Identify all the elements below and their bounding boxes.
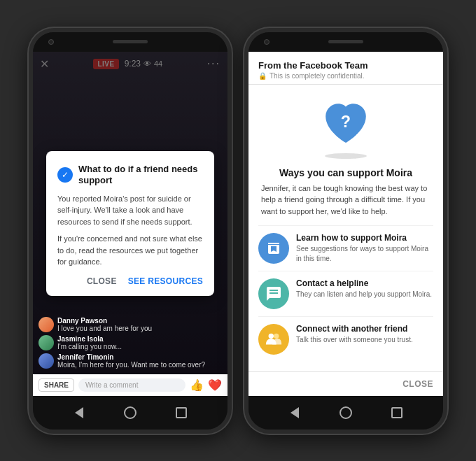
confidential-text: This is completely confidential. xyxy=(270,72,365,80)
chat-message-2: Jennifer Timonin Moira, I'm here for you… xyxy=(38,353,222,369)
recents-icon xyxy=(176,407,187,418)
modal-actions: CLOSE SEE RESOURCES xyxy=(57,276,203,286)
check-circle-icon: ✓ xyxy=(57,167,73,183)
right-nav-recents-button[interactable] xyxy=(389,405,405,420)
chat-messages: Danny Pawson I love you and am here for … xyxy=(33,314,227,374)
like-icon[interactable]: 👍 xyxy=(190,378,204,392)
share-button[interactable]: SHARE xyxy=(38,378,74,392)
right-close-button[interactable]: CLOSE xyxy=(402,379,433,389)
back-icon xyxy=(75,407,83,418)
chat-text-2: Moira, I'm here for you. Want me to come… xyxy=(57,361,205,369)
right-home-icon xyxy=(340,406,352,419)
chat-avatar-2 xyxy=(38,353,54,369)
card-hero: ? Ways you can support Moira Jennifer, i… xyxy=(248,85,443,226)
see-resources-button[interactable]: SEE RESOURCES xyxy=(128,276,203,286)
helpline-icon-wrap xyxy=(258,278,289,309)
left-phone: ✕ LIVE 9:23 👁 44 ··· ✓ What to do if a f… xyxy=(29,28,232,434)
chat-message-0: Danny Pawson I love you and am here for … xyxy=(38,317,222,332)
comment-input[interactable]: Write a comment xyxy=(78,378,186,392)
heart-react-icon[interactable]: ❤️ xyxy=(208,378,222,392)
card-main-title: Ways you can support Moira xyxy=(279,167,412,178)
card-item-0[interactable]: Learn how to support Moira See suggestio… xyxy=(258,225,433,271)
chat-text-1: I'm calling you now... xyxy=(57,343,122,350)
facebook-support-card: From the Facebook Team 🔒 This is complet… xyxy=(248,52,443,396)
card-main-desc: Jennifer, it can be tough knowing the be… xyxy=(258,183,433,218)
heart-question-icon: ? xyxy=(321,99,371,149)
connect-icon-wrap xyxy=(258,324,289,355)
svg-point-2 xyxy=(274,334,279,339)
right-nav-back-button[interactable] xyxy=(287,405,302,420)
chat-content-0: Danny Pawson I love you and am here for … xyxy=(57,317,152,332)
right-back-icon xyxy=(290,407,299,418)
right-camera xyxy=(264,39,270,45)
modal-title-row: ✓ What to do if a friend needs support xyxy=(57,164,203,185)
chat-name-1: Jasmine Isola xyxy=(57,335,122,343)
card-item-2[interactable]: Connect with another friend Talk this ov… xyxy=(258,316,433,362)
support-modal: ✓ What to do if a friend needs support Y… xyxy=(46,151,214,295)
chat-area: Danny Pawson I love you and am here for … xyxy=(33,314,227,396)
right-speaker xyxy=(328,40,363,43)
home-icon xyxy=(124,406,136,419)
item-text-0: Learn how to support Moira See suggestio… xyxy=(296,233,433,264)
left-camera xyxy=(48,39,54,45)
chat-avatar-0 xyxy=(38,317,54,332)
card-footer: CLOSE xyxy=(248,371,443,396)
svg-text:?: ? xyxy=(341,112,351,130)
chat-name-0: Danny Pawson xyxy=(57,317,152,325)
hero-shadow xyxy=(325,153,367,159)
nav-back-button[interactable] xyxy=(71,405,87,420)
chat-avatar-1 xyxy=(38,335,54,350)
item-desc-1: They can listen and help you support Moi… xyxy=(296,290,432,299)
card-items: Learn how to support Moira See suggestio… xyxy=(248,225,443,371)
right-recents-icon xyxy=(391,407,402,418)
item-text-1: Contact a helpline They can listen and h… xyxy=(296,278,432,299)
card-from-label: From the Facebook Team xyxy=(258,60,433,71)
chat-message-1: Jasmine Isola I'm calling you now... xyxy=(38,335,222,350)
chat-content-1: Jasmine Isola I'm calling you now... xyxy=(57,335,122,350)
learn-icon-wrap xyxy=(258,233,289,264)
right-nav-home-button[interactable] xyxy=(338,405,354,420)
modal-body2: If you're concerned and not sure what el… xyxy=(57,233,203,268)
chat-content-2: Jennifer Timonin Moira, I'm here for you… xyxy=(57,353,205,369)
lock-icon: 🔒 xyxy=(258,72,267,80)
item-text-2: Connect with another friend Talk this ov… xyxy=(296,324,413,345)
chat-text-0: I love you and am here for you xyxy=(57,325,152,332)
right-screen: From the Facebook Team 🔒 This is complet… xyxy=(248,52,443,396)
item-title-2: Connect with another friend xyxy=(296,324,413,334)
card-confidential: 🔒 This is completely confidential. xyxy=(258,72,433,80)
item-title-0: Learn how to support Moira xyxy=(296,233,433,243)
chat-name-2: Jennifer Timonin xyxy=(57,353,205,361)
card-item-1[interactable]: Contact a helpline They can listen and h… xyxy=(258,271,433,316)
checkmark-icon: ✓ xyxy=(62,170,69,180)
modal-title: What to do if a friend needs support xyxy=(78,164,203,185)
left-speaker xyxy=(113,40,148,43)
right-phone-bottom xyxy=(248,396,443,430)
nav-recents-button[interactable] xyxy=(174,405,189,420)
card-header: From the Facebook Team 🔒 This is complet… xyxy=(248,52,443,85)
left-phone-bottom xyxy=(33,396,227,430)
item-desc-0: See suggestions for ways to support Moir… xyxy=(296,244,433,264)
left-phone-top xyxy=(33,32,227,52)
item-title-1: Contact a helpline xyxy=(296,278,432,288)
modal-close-button[interactable]: CLOSE xyxy=(87,276,117,286)
chat-input-bar: SHARE Write a comment 👍 ❤️ xyxy=(33,374,227,396)
nav-home-button[interactable] xyxy=(122,405,138,420)
right-phone: From the Facebook Team 🔒 This is complet… xyxy=(244,28,447,434)
left-screen: ✕ LIVE 9:23 👁 44 ··· ✓ What to do if a f… xyxy=(33,52,227,396)
modal-body1: You reported Moira's post for suicide or… xyxy=(57,193,203,228)
item-desc-2: Talk this over with someone you trust. xyxy=(296,335,413,345)
svg-point-1 xyxy=(269,334,274,339)
right-phone-top xyxy=(248,32,443,52)
